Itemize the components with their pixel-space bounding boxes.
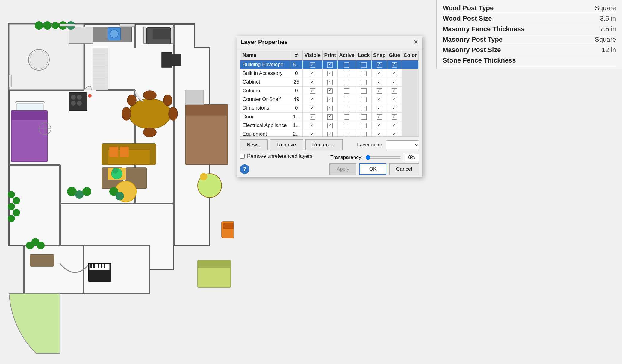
- dialog-close-button[interactable]: ✕: [413, 39, 418, 46]
- check-box[interactable]: [392, 106, 397, 111]
- remove-button[interactable]: Remove: [270, 139, 303, 150]
- snap-cell[interactable]: [371, 121, 387, 130]
- new-button[interactable]: New...: [240, 139, 268, 150]
- active-cell[interactable]: [338, 113, 356, 121]
- active-cell[interactable]: [338, 87, 356, 95]
- glue-cell[interactable]: [387, 87, 402, 95]
- check-box[interactable]: [392, 114, 397, 120]
- snap-cell[interactable]: [371, 95, 387, 104]
- check-box[interactable]: [361, 106, 367, 111]
- check-box[interactable]: [310, 88, 315, 94]
- snap-cell[interactable]: [371, 113, 387, 121]
- check-box[interactable]: [327, 114, 333, 120]
- check-box[interactable]: [344, 97, 349, 102]
- glue-cell[interactable]: [387, 130, 402, 136]
- check-box[interactable]: [377, 123, 382, 128]
- glue-cell[interactable]: [387, 113, 402, 121]
- check-box[interactable]: [310, 80, 315, 85]
- check-box[interactable]: [344, 71, 349, 76]
- check-box[interactable]: [361, 80, 367, 85]
- visible-cell[interactable]: [303, 87, 323, 95]
- check-box[interactable]: [344, 123, 349, 128]
- check-box[interactable]: [361, 123, 367, 128]
- layer-table-row[interactable]: Column0: [240, 87, 419, 95]
- check-box[interactable]: [377, 62, 382, 68]
- glue-cell[interactable]: [387, 95, 402, 104]
- print-cell[interactable]: [323, 121, 338, 130]
- check-box[interactable]: [377, 106, 382, 111]
- lock-cell[interactable]: [356, 78, 371, 87]
- visible-cell[interactable]: [303, 78, 323, 87]
- active-cell[interactable]: [338, 130, 356, 136]
- active-cell[interactable]: [338, 69, 356, 78]
- visible-cell[interactable]: [303, 130, 323, 136]
- snap-cell[interactable]: [371, 60, 387, 69]
- layer-table-row[interactable]: Equipment2...: [240, 130, 419, 136]
- check-box[interactable]: [377, 97, 382, 102]
- check-box[interactable]: [344, 80, 349, 85]
- check-box[interactable]: [344, 62, 349, 68]
- visible-cell[interactable]: [303, 69, 323, 78]
- snap-cell[interactable]: [371, 104, 387, 113]
- check-box[interactable]: [310, 71, 315, 76]
- layer-color-select[interactable]: [386, 140, 419, 149]
- glue-cell[interactable]: [387, 69, 402, 78]
- check-box[interactable]: [392, 71, 397, 76]
- lock-cell[interactable]: [356, 60, 371, 69]
- lock-cell[interactable]: [356, 69, 371, 78]
- check-box[interactable]: [327, 97, 333, 102]
- check-box[interactable]: [392, 62, 397, 68]
- check-box[interactable]: [392, 80, 397, 85]
- snap-cell[interactable]: [371, 69, 387, 78]
- help-button[interactable]: ?: [240, 164, 249, 174]
- check-box[interactable]: [361, 88, 367, 94]
- check-box[interactable]: [377, 80, 382, 85]
- cancel-button[interactable]: Cancel: [389, 163, 419, 175]
- visible-cell[interactable]: [303, 95, 323, 104]
- snap-cell[interactable]: [371, 78, 387, 87]
- check-box[interactable]: [310, 123, 315, 128]
- check-box[interactable]: [327, 132, 333, 136]
- check-box[interactable]: [344, 114, 349, 120]
- check-box[interactable]: [327, 80, 333, 85]
- active-cell[interactable]: [338, 121, 356, 130]
- check-box[interactable]: [310, 106, 315, 111]
- check-box[interactable]: [377, 114, 382, 120]
- check-box[interactable]: [327, 62, 333, 68]
- check-box[interactable]: [310, 62, 315, 68]
- layer-table-row[interactable]: Building Envelope5...: [240, 60, 419, 69]
- check-box[interactable]: [392, 88, 397, 94]
- check-box[interactable]: [327, 88, 333, 94]
- print-cell[interactable]: [323, 104, 338, 113]
- check-box[interactable]: [392, 132, 397, 136]
- visible-cell[interactable]: [303, 104, 323, 113]
- active-cell[interactable]: [338, 104, 356, 113]
- layer-table-row[interactable]: Counter Or Shelf49: [240, 95, 419, 104]
- glue-cell[interactable]: [387, 121, 402, 130]
- active-cell[interactable]: [338, 78, 356, 87]
- glue-cell[interactable]: [387, 104, 402, 113]
- print-cell[interactable]: [323, 69, 338, 78]
- layer-table-row[interactable]: Door1...: [240, 113, 419, 121]
- check-box[interactable]: [392, 123, 397, 128]
- remove-unreferenced-checkbox[interactable]: [240, 154, 245, 159]
- print-cell[interactable]: [323, 130, 338, 136]
- glue-cell[interactable]: [387, 60, 402, 69]
- ok-button[interactable]: OK: [359, 163, 386, 175]
- active-cell[interactable]: [338, 95, 356, 104]
- layer-table-row[interactable]: Dimensions0: [240, 104, 419, 113]
- check-box[interactable]: [377, 71, 382, 76]
- apply-button[interactable]: Apply: [329, 163, 356, 175]
- lock-cell[interactable]: [356, 121, 371, 130]
- check-box[interactable]: [344, 88, 349, 94]
- check-box[interactable]: [310, 132, 315, 136]
- check-box[interactable]: [361, 62, 367, 68]
- visible-cell[interactable]: [303, 113, 323, 121]
- check-box[interactable]: [327, 106, 333, 111]
- check-box[interactable]: [377, 88, 382, 94]
- print-cell[interactable]: [323, 113, 338, 121]
- check-box[interactable]: [327, 123, 333, 128]
- rename-button[interactable]: Rename...: [305, 139, 343, 150]
- print-cell[interactable]: [323, 60, 338, 69]
- print-cell[interactable]: [323, 78, 338, 87]
